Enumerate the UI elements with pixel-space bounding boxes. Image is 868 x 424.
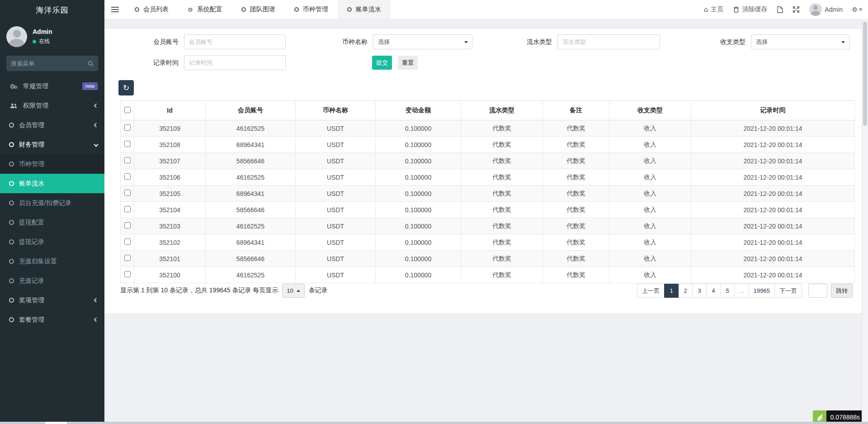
caret-down-icon (464, 41, 468, 43)
table-cell: 0.100000 (376, 234, 461, 251)
member-account-input[interactable] (184, 34, 286, 49)
row-checkbox[interactable] (124, 124, 131, 131)
pagination-summary-suffix: 条记录 (309, 286, 328, 295)
row-checkbox[interactable] (124, 206, 131, 212)
page-button-2[interactable]: 2 (678, 284, 693, 298)
flow-type-input[interactable] (557, 34, 660, 49)
table-cell: 352108 (134, 137, 206, 153)
page-button-3[interactable]: 3 (692, 284, 707, 298)
circle-icon (9, 259, 14, 264)
reset-button[interactable]: 重置 (398, 56, 418, 70)
record-time-input[interactable] (184, 55, 286, 70)
coin-name-select[interactable]: 选择 (373, 34, 472, 49)
submit-button[interactable]: 提交 (372, 56, 392, 70)
sidebar-item-label: 套餐管理 (19, 316, 90, 324)
sidebar-subitem-finance-0[interactable]: 币种管理 (0, 154, 104, 174)
settings-gears-icon[interactable]: ⚙⚙ (853, 6, 862, 13)
sidebar-item-packages[interactable]: 套餐管理 (0, 310, 104, 329)
sidebar-item-permissions[interactable]: 权限管理 (0, 96, 104, 115)
table-cell: 2021-12-20 00:01:14 (691, 234, 855, 251)
table-cell: 352105 (134, 186, 206, 202)
jump-page-input[interactable] (808, 284, 827, 298)
sidebar-subitem-finance-5[interactable]: 充值归集设置 (0, 252, 104, 271)
row-checkbox[interactable] (124, 255, 131, 261)
table-cell: USDT (296, 169, 376, 186)
row-checkbox[interactable] (124, 222, 131, 229)
per-page-dropdown[interactable]: 10 (282, 284, 304, 298)
row-select-cell (121, 218, 134, 234)
jump-button[interactable]: 跳转 (831, 284, 853, 298)
next-page-button[interactable]: 下一页 (774, 284, 802, 298)
sidebar-subitem-finance-6[interactable]: 充值记录 (0, 271, 104, 291)
table-cell: 2021-12-20 00:01:14 (691, 202, 855, 218)
sidebar-subitem-finance-2[interactable]: 后台充值/扣费记录 (0, 193, 104, 213)
table-row: 35210158566646USDT0.100000代数奖代数奖收入2021-1… (121, 251, 855, 267)
row-checkbox[interactable] (124, 141, 131, 147)
table-cell: 2021-12-20 00:01:14 (691, 153, 855, 169)
search-input[interactable] (11, 60, 85, 67)
circle-icon (294, 7, 299, 12)
vertical-scrollbar-thumb[interactable] (863, 22, 867, 126)
topbar-tab-1[interactable]: ⚙系统配置 (178, 0, 232, 19)
select-all-checkbox[interactable] (124, 107, 131, 113)
chevron-left-icon (94, 104, 99, 108)
row-checkbox[interactable] (124, 190, 131, 196)
sidebar-subitem-finance-3[interactable]: 提现配置 (0, 213, 104, 232)
document-button[interactable] (777, 6, 783, 13)
topbar-user[interactable]: Admin (809, 3, 843, 16)
page-ellipsis[interactable]: ... (734, 284, 749, 298)
row-checkbox[interactable] (124, 271, 131, 277)
refresh-button[interactable]: ↻ (118, 80, 134, 95)
per-page-value: 10 (287, 287, 293, 294)
home-button[interactable]: ⌂ 主页 (704, 5, 724, 14)
sidebar-item-finance[interactable]: 财务管理 (0, 135, 104, 154)
chevron-left-icon (94, 318, 99, 322)
table-cell: 代数奖 (543, 186, 609, 202)
sidebar-item-awards[interactable]: 奖项管理 (0, 291, 104, 310)
search-icon[interactable] (88, 61, 94, 67)
page-button-4[interactable]: 4 (706, 284, 721, 298)
circle-icon (9, 162, 14, 167)
sidebar-item-label: 权限管理 (23, 102, 90, 110)
topbar-tab-0[interactable]: 会员列表 (125, 0, 178, 19)
page-button-1[interactable]: 1 (664, 284, 679, 298)
sidebar-item-general[interactable]: ⚙⚙常规管理new (0, 76, 104, 96)
vertical-scrollbar[interactable] (862, 19, 868, 422)
document-icon (777, 6, 783, 13)
inout-type-select[interactable]: 选择 (751, 34, 849, 49)
sidebar-subitem-label: 充值记录 (19, 277, 98, 285)
table-cell: 352103 (134, 218, 206, 234)
table-cell: 收入 (609, 137, 691, 153)
row-checkbox[interactable] (124, 157, 131, 163)
pagination-summary: 显示第 1 到第 10 条记录，总共 199645 条记录 每页显示 10 条记… (120, 282, 328, 299)
sidebar-item-members[interactable]: 会员管理 (0, 115, 104, 135)
horizontal-scrollbar-thumb[interactable] (45, 422, 67, 424)
sidebar-subitem-finance-1[interactable]: 账单流水 (0, 174, 104, 193)
topbar-tab-3[interactable]: 币种管理 (285, 0, 338, 19)
row-checkbox[interactable] (124, 173, 131, 180)
topbar-tab-4[interactable]: 账单流水 (338, 0, 391, 19)
table-row: 35210268964341USDT0.100000代数奖代数奖收入2021-1… (121, 234, 855, 251)
circle-icon (9, 298, 14, 303)
page-button-19965[interactable]: 19965 (749, 284, 775, 298)
tab-label: 系统配置 (197, 5, 222, 14)
table-cell: 352102 (134, 234, 206, 251)
sidebar-subitem-finance-4[interactable]: 提现记录 (0, 232, 104, 252)
row-checkbox[interactable] (124, 238, 131, 245)
fullscreen-button[interactable] (793, 6, 799, 13)
clear-cache-button[interactable]: 清除缓存 (733, 5, 767, 14)
prev-page-button[interactable]: 上一页 (637, 284, 665, 298)
topbar-tab-2[interactable]: 团队图谱 (232, 0, 285, 19)
row-select-cell (121, 267, 134, 283)
online-dot-icon (33, 40, 36, 43)
sidebar-search[interactable] (6, 56, 98, 71)
page-button-5[interactable]: 5 (720, 284, 735, 298)
circle-icon (9, 278, 14, 283)
column-header: 变动金额 (376, 101, 461, 120)
table-row: 35210568964341USDT0.100000代数奖代数奖收入2021-1… (121, 186, 855, 202)
sidebar: 海洋乐园 Admin 在线 ⚙⚙常规管理new权限管理会员管理财务管理币种管理账… (0, 0, 104, 422)
sidebar-item-label: 财务管理 (19, 141, 90, 149)
horizontal-scrollbar[interactable] (0, 422, 868, 424)
topbar-avatar (809, 3, 822, 16)
hamburger-menu-icon[interactable] (104, 0, 125, 19)
